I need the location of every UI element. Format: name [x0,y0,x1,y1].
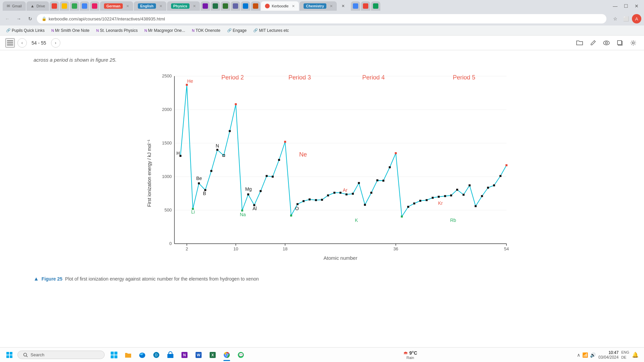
tab-kerboodle-close[interactable]: ✕ [292,4,295,8]
x-tick-18: 18 [283,246,287,251]
taskbar-file-explorer[interactable] [121,348,135,362]
taskbar-onenote[interactable]: N [178,348,191,362]
weather-condition: Rain [407,356,414,360]
tab-onenote[interactable] [201,1,210,11]
tab-colored-4[interactable] [80,1,89,11]
label-Ne: Ne [299,151,307,158]
label-Mg: Mg [245,186,252,192]
svg-rect-44 [321,199,323,201]
tab-colored-2[interactable] [60,1,69,11]
kb-edit-btn[interactable] [588,38,598,48]
taskbar-excel[interactable]: X [206,348,219,362]
kb-prev-page-btn[interactable]: ‹ [17,38,27,48]
tab-physics[interactable]: Physics ✕ [167,1,200,11]
taskbar-store[interactable] [164,348,177,362]
svg-rect-72 [493,184,495,186]
svg-rect-55 [389,166,391,168]
screenshot-btn[interactable]: ⬜ [621,14,631,23]
bookmark-macgregor[interactable]: N Mr Macgregor One... [142,27,188,34]
tab-excel[interactable] [211,1,220,11]
tab-colored-1[interactable] [50,1,59,11]
bookmark-btn[interactable]: ☆ [610,14,620,23]
figure-caption-text: Plot of first ionization energy against … [65,276,259,282]
tab-colored-5[interactable] [90,1,99,11]
kb-next-page-btn[interactable]: › [51,38,60,48]
label-O: O [295,206,299,211]
minimize-browser-btn[interactable]: — [610,1,620,11]
taskbar-word[interactable]: W [192,348,205,362]
label-Ar: Ar [343,187,347,193]
period4-label: Period 4 [362,74,385,81]
tab-ext2[interactable] [361,1,370,11]
bookmark-pupils-quick-links[interactable]: 🔗 Pupils Quick Links [3,27,47,34]
data-points [179,84,507,218]
taskbar-search-box[interactable]: Search [17,351,105,359]
start-button[interactable] [3,349,16,361]
tray-up-arrow[interactable]: ∧ [577,352,580,358]
kb-copy-btn[interactable] [614,38,625,48]
bookmark-smith-onenote[interactable]: N Mr Smith One Note [49,27,92,34]
chart-container: Period 2 Period 3 Period 4 Period 5 Firs… [144,69,513,270]
tab-ext1[interactable] [351,1,360,11]
tab-new[interactable]: ✕ [337,1,349,11]
url-display: kerboodle.com/api/courses/102247/interac… [49,16,165,21]
close-browser-btn[interactable]: ✕ [632,1,641,11]
reload-button[interactable]: ↻ [25,14,35,23]
tab-more1[interactable] [241,1,250,11]
svg-rect-74 [505,164,507,166]
tab-colored-3[interactable] [70,1,79,11]
tab-english-close[interactable]: ✕ [159,4,162,8]
tab-ext3[interactable] [371,1,380,11]
ionization-energy-chart: Period 2 Period 3 Period 4 Period 5 Firs… [144,69,513,270]
tab-mail[interactable]: ✉ Gmail [3,1,26,11]
svg-text:💬: 💬 [238,352,244,357]
svg-rect-63 [438,196,440,198]
maximize-browser-btn[interactable]: ☐ [621,1,631,11]
kerboodle-toolbar: ‹ 54 - 55 › [0,36,644,50]
tab-german[interactable]: German ✕ [100,1,133,11]
english-badge: English [138,3,156,9]
svg-rect-61 [426,199,428,201]
taskbar-whatsapp[interactable]: 💬 [234,348,248,362]
tab-chemistry[interactable]: Chemistry ✕ [300,1,337,11]
svg-rect-49 [352,193,354,195]
notification-icon[interactable]: 🔔 [632,352,639,358]
language-indicator: ENG [621,350,629,355]
tab-chemistry-close[interactable]: ✕ [330,4,333,8]
kb-hamburger-menu[interactable] [5,38,15,48]
taskbar-chrome[interactable] [220,348,233,362]
svg-rect-70 [481,195,483,197]
bookmark-st-leonards[interactable]: N St. Leonards Physics [94,27,141,34]
taskbar-widgets[interactable] [107,348,121,362]
svg-rect-29 [229,130,231,132]
back-button[interactable]: ← [3,14,12,23]
taskbar-dell[interactable]: D [150,348,163,362]
y-tick-2500: 2500 [162,73,172,78]
tab-more2[interactable] [251,1,260,11]
kb-settings-btn[interactable] [628,38,639,48]
kb-view-btn[interactable] [601,38,612,48]
tab-drive[interactable]: ▲ Drive [26,1,49,11]
bookmark-mit[interactable]: 🔗 MIT Lectures etc [251,27,291,34]
x-tick-2: 2 [185,246,188,251]
tab-english[interactable]: English ✕ [134,1,166,11]
tab-proj[interactable] [221,1,230,11]
kb-folder-btn[interactable] [574,38,585,48]
keyboard-indicator: DE [621,355,629,360]
taskbar-edge[interactable] [136,348,149,362]
tab-teams[interactable] [231,1,240,11]
y-tick-500: 500 [164,207,172,213]
tab-kerboodle[interactable]: Kerboodle ✕ [261,1,299,11]
profile-btn[interactable]: A [632,14,641,23]
tab-physics-close[interactable]: ✕ [193,4,196,8]
tab-german-close[interactable]: ✕ [126,4,129,8]
svg-text:D: D [155,353,157,357]
address-bar[interactable]: 🔒 kerboodle.com/api/courses/102247/inter… [37,14,606,23]
forward-button[interactable]: → [14,14,23,23]
label-N: N [216,143,219,148]
bookmark-tok[interactable]: N TOK Onenote [189,27,223,34]
svg-text:W: W [197,353,201,357]
svg-text:N: N [183,353,186,357]
bookmark-engage[interactable]: 🔗 Engage [224,27,249,34]
svg-rect-81 [111,352,114,355]
